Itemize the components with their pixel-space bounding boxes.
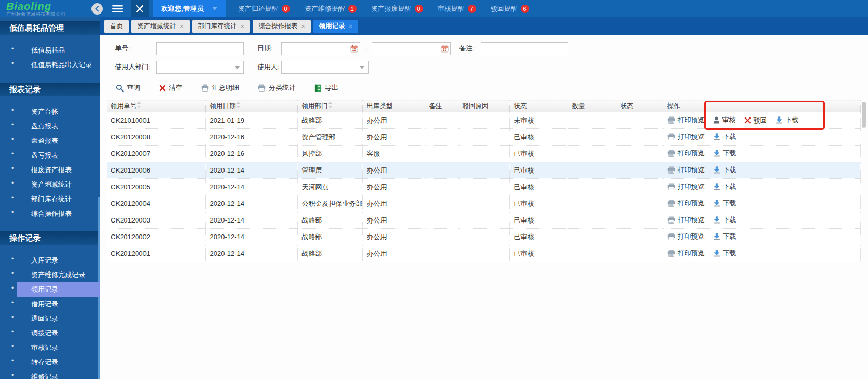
table-row[interactable]: CK201200072020-12-16风控部客服已审核打印预览下载 [107, 146, 860, 162]
table-row[interactable]: CK201200082020-12-16资产管理部办公用已审核打印预览下载 [107, 129, 860, 146]
user-select[interactable] [281, 61, 369, 74]
user-dept-select[interactable] [156, 61, 244, 74]
sidebar-item-2-6[interactable]: •审核记录 [17, 341, 100, 355]
download-button[interactable]: 下载 [713, 182, 737, 191]
export-button[interactable]: 导出 [314, 83, 338, 93]
cell-qty [568, 212, 616, 229]
tab-requisition-records[interactable]: 领用记录× [313, 20, 359, 33]
sidebar-item-0-0[interactable]: •低值易耗品 [17, 43, 100, 58]
column-header-4[interactable]: 备注 [425, 100, 458, 112]
download-button[interactable]: 下载 [713, 215, 737, 225]
download-button[interactable]: 下载 [713, 249, 737, 258]
print-preview-button[interactable]: 打印预览 [667, 249, 705, 258]
category-stats-button[interactable]: 分类统计 [258, 83, 296, 93]
sidebar-item-2-3[interactable]: •借用记录 [17, 297, 100, 311]
tab-asset-change-stats[interactable]: 资产增减统计× [131, 20, 190, 33]
table-row[interactable]: CK201200042020-12-14公积金及担保业务部办公用已审核打印预览下… [107, 195, 860, 212]
tab-close-icon[interactable]: × [241, 23, 245, 30]
download-button[interactable]: 下载 [713, 165, 737, 175]
sidebar-section-title[interactable]: 低值易耗品管理 [0, 21, 100, 35]
tab-close-icon[interactable]: × [301, 23, 305, 30]
sidebar-item-2-8[interactable]: •维修记录 [17, 370, 100, 379]
notification-asset-scrap[interactable]: 资产报废提醒0 [371, 4, 423, 14]
sidebar-item-0-1[interactable]: •低值易耗品出入记录 [17, 58, 100, 72]
tab-close-icon[interactable]: × [349, 23, 353, 30]
sidebar-item-1-7[interactable]: •综合操作报表 [17, 206, 100, 221]
notification-reject-reminder[interactable]: 驳回提醒6 [491, 4, 529, 14]
sort-arrows-icon [236, 101, 241, 108]
table-scrollbar[interactable] [862, 102, 866, 128]
table-row[interactable]: CK201200022020-12-14战略部办公用已审核打印预览下载 [107, 229, 860, 245]
table-row[interactable]: CK201200052020-12-14天河网点办公用已审核打印预览下载 [107, 179, 860, 195]
download-button[interactable]: 下载 [775, 115, 799, 125]
audit-button[interactable]: 审核 [713, 115, 736, 125]
notification-audit-reminder[interactable]: 审核提醒7 [438, 4, 476, 14]
sidebar-item-2-5[interactable]: •调拨记录 [17, 326, 100, 341]
table-row[interactable]: CK201200062020-12-14管理层办公用已审核打印预览下载 [107, 162, 860, 179]
welcome-user-button[interactable]: 欢迎您,管理员 [153, 0, 226, 17]
sidebar-item-1-1[interactable]: •盘点报表 [17, 119, 100, 134]
column-header-5[interactable]: 驳回原因 [458, 100, 509, 112]
sidebar-item-1-6[interactable]: •部门库存统计 [17, 192, 100, 206]
table-row[interactable]: CK201200032020-12-14战略部办公用已审核打印预览下载 [107, 212, 860, 229]
date-to-input[interactable] [372, 43, 438, 54]
date-from-input[interactable] [282, 43, 347, 54]
notification-asset-return[interactable]: 资产归还提醒0 [238, 4, 290, 14]
download-button[interactable]: 下载 [713, 232, 737, 241]
sidebar-item-1-2[interactable]: •盘盈报表 [17, 134, 100, 148]
sidebar-item-2-7[interactable]: •转存记录 [17, 355, 100, 370]
print-preview-button[interactable]: 打印预览 [667, 165, 705, 175]
sidebar-item-1-3[interactable]: •盘亏报表 [17, 148, 100, 163]
cell-order-no: CK20120003 [107, 212, 205, 229]
column-header-3[interactable]: 出库类型 [362, 100, 425, 112]
column-header-1[interactable]: 领用日期 [205, 100, 297, 112]
print-preview-button[interactable]: 打印预览 [667, 182, 705, 191]
sidebar-item-1-0[interactable]: •资产台帐 [17, 104, 100, 119]
table-row[interactable]: CK201200012020-12-14战略部办公用已审核打印预览下载 [107, 245, 860, 262]
sidebar-item-2-2[interactable]: •领用记录 [17, 282, 100, 297]
calendar-icon[interactable]: 15 [441, 45, 449, 53]
query-button[interactable]: 查询 [116, 83, 140, 93]
sidebar-item-1-5[interactable]: •资产增减统计 [17, 177, 100, 192]
notification-asset-repair[interactable]: 资产维修提醒1 [305, 4, 357, 14]
tab-close-icon[interactable]: × [180, 23, 184, 30]
print-preview-button[interactable]: 打印预览 [667, 199, 705, 208]
summary-detail-button[interactable]: 汇总明细 [201, 83, 239, 93]
tab-comprehensive-report[interactable]: 综合操作报表× [253, 20, 311, 33]
print-preview-button[interactable]: 打印预览 [667, 215, 705, 225]
menu-toggle-button[interactable] [112, 5, 123, 13]
download-button[interactable]: 下载 [713, 149, 737, 158]
download-button[interactable]: 下载 [713, 132, 737, 141]
sidebar-section-title[interactable]: 报表记录 [0, 83, 100, 96]
clear-button[interactable]: 清空 [159, 83, 182, 93]
sidebar-item-2-1[interactable]: •资产维修完成记录 [17, 268, 100, 282]
print-preview-button[interactable]: 打印预览 [667, 149, 705, 158]
column-header-9[interactable]: 操作 [663, 100, 860, 112]
cell-date: 2020-12-16 [205, 146, 297, 162]
sidebar-item-2-4[interactable]: •退回记录 [17, 311, 100, 326]
cell-status2 [616, 212, 663, 229]
column-header-0[interactable]: 领用单号 [107, 100, 205, 112]
download-button[interactable]: 下载 [713, 199, 737, 208]
column-header-2[interactable]: 领用部门 [297, 100, 362, 112]
column-header-6[interactable]: 状态 [509, 100, 568, 112]
sidebar-collapse-button[interactable] [91, 3, 103, 15]
print-preview-button[interactable]: 打印预览 [667, 132, 705, 141]
order-no-input[interactable] [156, 42, 244, 55]
calendar-icon[interactable]: 15 [350, 45, 358, 53]
sidebar-item-2-0[interactable]: •入库记录 [17, 253, 100, 268]
sidebar-item-label: 维修记录 [31, 373, 58, 379]
print-preview-button[interactable]: 打印预览 [667, 232, 705, 241]
sidebar-section-title[interactable]: 操作记录 [0, 231, 100, 245]
print-preview-button[interactable]: 打印预览 [667, 115, 705, 125]
close-button[interactable] [131, 0, 149, 17]
column-header-8[interactable]: 状态 [616, 100, 663, 112]
column-header-label: 状态 [514, 102, 527, 110]
sidebar-item-1-4[interactable]: •报废资产报表 [17, 163, 100, 177]
table-row[interactable]: CK210100012021-01-19战略部办公用未审核打印预览审核驳回下载 [107, 112, 860, 129]
reject-button[interactable]: 驳回 [744, 116, 767, 125]
tab-home[interactable]: 首页 [104, 20, 129, 33]
column-header-7[interactable]: 数量 [568, 100, 616, 112]
remark-input[interactable] [481, 42, 568, 55]
tab-dept-inventory-stats[interactable]: 部门库存统计× [192, 20, 251, 33]
